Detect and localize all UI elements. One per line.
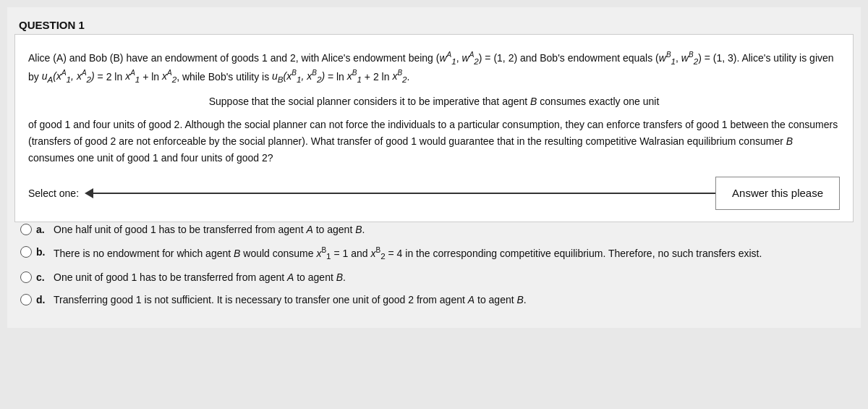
option-d-radio[interactable] [20, 294, 32, 305]
select-answer-row: Select one: Answer this please [28, 177, 840, 210]
option-a-row: a. One half unit of good 1 has to be tra… [20, 222, 848, 237]
arrow-container [85, 188, 715, 198]
suppose-line: Suppose that the social planner consider… [28, 93, 840, 110]
option-b-label: b. [36, 245, 48, 260]
math-xa1: xA1 [125, 70, 140, 82]
page-container: QUESTION 1 Alice (A) and Bob (B) have an… [7, 7, 861, 328]
options-container: a. One half unit of good 1 has to be tra… [7, 222, 861, 321]
option-a-label: a. [36, 222, 48, 237]
option-b-radio[interactable] [20, 246, 32, 258]
math-xb1: xB1 [347, 70, 362, 82]
option-d-text: Transferring good 1 is not sufficient. I… [54, 292, 848, 308]
question-header: QUESTION 1 [7, 14, 861, 34]
option-c-text: One unit of good 1 has to be transferred… [54, 270, 848, 285]
body-text: of good 1 and four units of good 2. Alth… [28, 117, 840, 166]
option-a-radio[interactable] [20, 224, 32, 235]
math-wa1: wA1 [439, 52, 456, 64]
intro-line1: Alice (A) and Bob (B) have an endowment … [28, 49, 840, 86]
answer-callout-box: Answer this please [715, 177, 840, 210]
math-wa2: wA2 [462, 52, 479, 64]
question-box: Alice (A) and Bob (B) have an endowment … [14, 34, 854, 222]
option-c-label: c. [36, 270, 48, 285]
math-xa2: xA2 [162, 70, 176, 82]
option-b-text: There is no endowment for which agent B … [54, 245, 848, 263]
option-c-radio[interactable] [20, 271, 32, 283]
select-one-label: Select one: [28, 185, 79, 201]
suppose-block: Suppose that the social planner consider… [28, 93, 840, 166]
intro-block: Alice (A) and Bob (B) have an endowment … [28, 49, 840, 86]
math-ub: uB(xB1, xB2) [272, 70, 325, 82]
option-b-row: b. There is no endowment for which agent… [20, 245, 848, 263]
math-wb1: wB1 [659, 52, 676, 64]
option-d-label: d. [36, 292, 48, 308]
arrow-line [93, 193, 715, 194]
option-a-text: One half unit of good 1 has to be transf… [54, 222, 848, 237]
option-d-row: d. Transferring good 1 is not sufficient… [20, 292, 848, 308]
option-c-row: c. One unit of good 1 has to be transfer… [20, 270, 848, 285]
math-ua: uA(xA1, xA2) [42, 70, 95, 82]
math-wb2: wB2 [681, 52, 698, 64]
math-xb2: xB2 [392, 70, 407, 82]
